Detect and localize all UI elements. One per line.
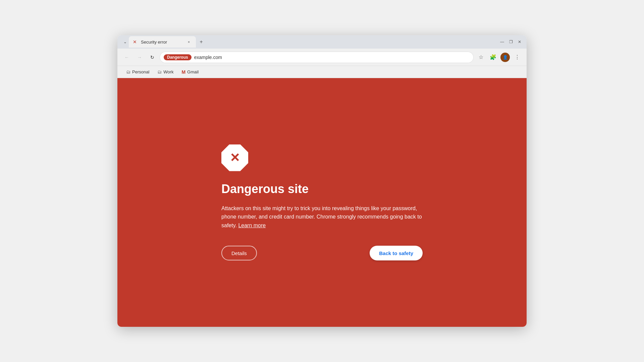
bookmark-button[interactable]: ☆ (476, 52, 486, 63)
dangerous-badge: Dangerous (164, 54, 192, 60)
maximize-button[interactable]: ❐ (508, 39, 514, 45)
folder-icon: 🗂 (157, 69, 162, 74)
address-bar[interactable]: Dangerous example.com (160, 52, 474, 63)
error-card: ✕ Dangerous site Attackers on this site … (195, 124, 449, 281)
details-button[interactable]: Details (221, 246, 257, 260)
tab-close-button[interactable]: × (186, 39, 192, 45)
extensions-icon: 🧩 (490, 54, 496, 60)
extensions-button[interactable]: 🧩 (488, 52, 498, 63)
forward-icon: → (137, 55, 142, 60)
learn-more-link[interactable]: Learn more (238, 223, 266, 228)
page-content: ✕ Dangerous site Attackers on this site … (117, 78, 527, 327)
avatar: 👤 (500, 53, 510, 62)
tab-favicon-icon: ✕ (133, 39, 138, 45)
browser-window: ⌄ ✕ Security error × + — ❐ ✕ (117, 35, 527, 327)
error-description: Attackers on this site might try to tric… (221, 204, 423, 230)
forward-button[interactable]: → (134, 52, 145, 63)
profile-initial: 👤 (503, 55, 508, 60)
close-window-button[interactable]: ✕ (517, 39, 523, 45)
refresh-icon: ↻ (150, 55, 154, 60)
folder-icon: 🗂 (126, 69, 130, 74)
bookmark-work[interactable]: 🗂 Work (154, 68, 177, 76)
bookmark-personal[interactable]: 🗂 Personal (123, 68, 153, 76)
menu-button[interactable]: ⋮ (512, 52, 523, 63)
minimize-button[interactable]: — (499, 39, 505, 45)
url-text: example.com (194, 55, 470, 60)
bookmark-gmail[interactable]: M Gmail (178, 68, 202, 76)
error-title: Dangerous site (221, 182, 423, 196)
menu-icon: ⋮ (515, 54, 520, 60)
error-actions: Details Back to safety (221, 246, 423, 260)
active-tab[interactable]: ✕ Security error × (129, 36, 196, 48)
back-to-safety-button[interactable]: Back to safety (370, 246, 423, 260)
tab-strip: ⌄ ✕ Security error × + (120, 35, 498, 49)
chevron-down-icon: ⌄ (123, 40, 127, 44)
minimize-icon: — (500, 40, 504, 44)
address-bar-area: ← → ↻ Dangerous example.com ☆ 🧩 👤 (117, 49, 527, 66)
dangerous-badge-label: Dangerous (167, 55, 188, 60)
gmail-icon: M (181, 69, 185, 75)
bookmark-icon: ☆ (479, 54, 483, 60)
title-bar: ⌄ ✕ Security error × + — ❐ ✕ (117, 35, 527, 49)
close-icon: × (188, 40, 190, 44)
bookmark-work-label: Work (163, 69, 173, 74)
bookmark-gmail-label: Gmail (187, 69, 199, 74)
maximize-icon: ❐ (509, 40, 513, 44)
tab-expand-button[interactable]: ⌄ (121, 38, 129, 46)
bookmarks-bar: 🗂 Personal 🗂 Work M Gmail (117, 66, 527, 78)
new-tab-button[interactable]: + (197, 37, 206, 47)
plus-icon: + (200, 39, 203, 45)
back-icon: ← (124, 55, 129, 60)
error-x-icon: ✕ (230, 151, 240, 165)
refresh-button[interactable]: ↻ (147, 52, 158, 63)
profile-button[interactable]: 👤 (500, 52, 511, 63)
window-controls: — ❐ ✕ (499, 39, 524, 45)
tab-title: Security error (141, 40, 183, 45)
back-button[interactable]: ← (121, 52, 132, 63)
toolbar-icons: ☆ 🧩 👤 ⋮ (476, 52, 523, 63)
close-window-icon: ✕ (518, 40, 521, 44)
bookmark-personal-label: Personal (132, 69, 149, 74)
error-octagon-icon: ✕ (221, 144, 248, 171)
